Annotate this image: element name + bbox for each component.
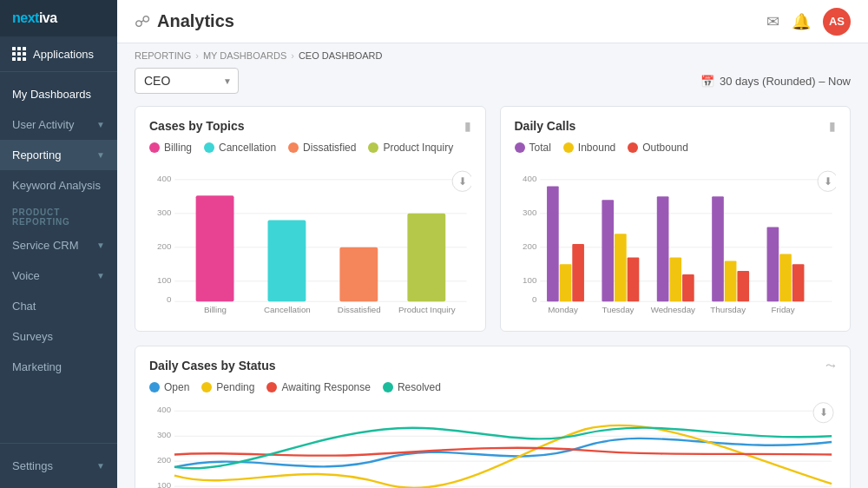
daily-cases-header: Daily Cases by Status ⤳ [149,359,836,373]
chevron-down-icon: ▼ [96,120,105,129]
legend-dissatisfied: Dissatisfied [288,142,356,154]
legend-total: Total [515,142,551,154]
svg-rect-26 [547,187,559,302]
svg-rect-33 [669,258,681,302]
svg-text:400: 400 [157,174,172,183]
bar-chart-icon2[interactable]: ▮ [829,119,836,133]
sidebar-item-settings[interactable]: Settings ▼ [12,452,105,479]
legend-dot-pending [201,382,212,392]
legend-dot-open [149,382,160,392]
bar-cancellation [268,221,306,302]
svg-text:Dissatisfied: Dissatisfied [338,305,381,314]
legend-dot-dissatisfied [288,142,299,153]
notification-icon[interactable]: 🔔 [792,12,811,31]
breadcrumb-sep1: › [195,50,199,61]
sidebar-item-marketing[interactable]: Marketing [0,352,117,382]
calendar-icon: 📅 [700,75,714,88]
svg-text:Product Inquiry: Product Inquiry [398,305,456,314]
chevron-down-icon: ▼ [96,241,105,250]
breadcrumb-sep2: › [291,50,294,61]
legend-pending: Pending [201,381,254,393]
daily-calls-legend: Total Inbound Outbound [515,142,837,154]
legend-dot-cancellation [204,142,214,153]
chevron-down-icon: ▼ [96,271,105,280]
topbar-left: ☍ Analytics [135,11,234,31]
svg-rect-37 [737,271,749,301]
svg-rect-38 [766,227,779,301]
chevron-down-icon: ▼ [96,461,105,471]
cases-legend: Billing Cancellation Dissatisfied Produc… [149,142,471,154]
download-icon2[interactable]: ⬇ [818,171,836,191]
svg-text:200: 200 [157,241,172,251]
chat-icon[interactable]: ✉ [766,12,779,31]
ceo-select[interactable]: CEO [135,68,239,94]
svg-rect-35 [712,196,724,301]
topbar-right: ✉ 🔔 AS [766,8,851,36]
svg-text:Wednesday: Wednesday [650,305,694,314]
legend-awaiting: Awaiting Response [266,381,371,393]
svg-rect-27 [559,264,571,301]
cases-svg: 400 300 200 100 0 [149,162,471,319]
daily-calls-actions: ▮ [829,119,836,133]
cases-by-topics-card: Cases by Topics ▮ Billing Cancellation [135,106,486,332]
daily-calls-title: Daily Calls [515,119,576,133]
cases-chart-header: Cases by Topics ▮ [149,119,471,133]
daily-cases-legend: Open Pending Awaiting Response Resolved [149,381,836,393]
sidebar-nav: My Dashboards User Activity ▼ Reporting … [0,72,117,443]
legend-dot-inbound [563,142,574,153]
svg-text:100: 100 [157,480,171,488]
download-icon[interactable]: ⬇ [452,171,470,191]
svg-rect-34 [682,274,694,301]
charts-row-top: Cases by Topics ▮ Billing Cancellation [135,106,851,332]
svg-rect-28 [572,244,584,301]
svg-text:Friday: Friday [771,305,794,314]
avatar[interactable]: AS [823,8,851,36]
main-content: ☍ Analytics ✉ 🔔 AS REPORTING › MY DASHBO… [117,0,868,488]
date-range-label: 30 days (Rounded) – Now [720,75,851,88]
dashboard-select-wrapper: CEO ▼ [135,68,239,94]
bar-chart-icon[interactable]: ▮ [464,119,471,133]
svg-text:Billing: Billing [204,305,227,314]
sidebar-item-service-crm[interactable]: Service CRM ▼ [0,230,117,260]
legend-billing: Billing [149,142,192,154]
legend-open: Open [149,381,189,393]
sidebar-item-voice[interactable]: Voice ▼ [0,260,117,291]
expand-icon[interactable]: ⤳ [825,359,836,373]
dashboard-controls: CEO ▼ 📅 30 days (Rounded) – Now [135,68,851,94]
logo: nextiva [12,10,57,26]
apps-menu-item[interactable]: Applications [0,36,117,72]
daily-calls-card: Daily Calls ▮ Total Inbound [500,106,852,332]
legend-outbound: Outbound [628,142,688,154]
legend-dot-resolved [383,382,393,392]
svg-rect-32 [656,196,668,301]
analytics-icon: ☍ [135,12,150,31]
bar-product-inquiry [407,214,445,301]
legend-dot-billing [149,142,160,153]
breadcrumb-reporting[interactable]: REPORTING [135,50,191,61]
download-icon3[interactable]: ⬇ [813,403,833,423]
svg-text:200: 200 [157,455,171,465]
sidebar-item-surveys[interactable]: Surveys [0,321,117,352]
legend-inbound: Inbound [563,142,615,154]
sidebar-logo-area: nextiva [0,0,117,36]
sidebar-item-reporting[interactable]: Reporting ▼ [0,140,117,170]
breadcrumb-ceo-dashboard: CEO DASHBOARD [299,50,383,61]
sidebar-item-chat[interactable]: Chat [0,291,117,321]
svg-text:300: 300 [157,430,171,439]
daily-cases-title: Daily Cases by Status [149,359,276,373]
svg-text:400: 400 [157,405,171,414]
svg-text:⬇: ⬇ [819,407,828,418]
daily-cases-status-card: Daily Cases by Status ⤳ Open Pending Awa… [135,346,851,488]
breadcrumb-my-dashboards[interactable]: MY DASHBOARDS [203,50,286,61]
sidebar-item-user-activity[interactable]: User Activity ▼ [0,109,117,140]
daily-cases-line-chart: 400 300 200 100 0 [149,402,836,488]
svg-rect-39 [779,254,792,302]
sidebar-item-keyword-analysis[interactable]: Keyword Analysis [0,170,117,201]
cases-chart-actions: ▮ [464,119,471,133]
legend-resolved: Resolved [383,381,441,393]
svg-text:Monday: Monday [548,305,578,314]
sidebar-item-my-dashboards[interactable]: My Dashboards [0,79,117,109]
page-title: Analytics [157,11,234,31]
legend-product-inquiry: Product Inquiry [368,142,453,154]
svg-rect-30 [615,234,627,301]
